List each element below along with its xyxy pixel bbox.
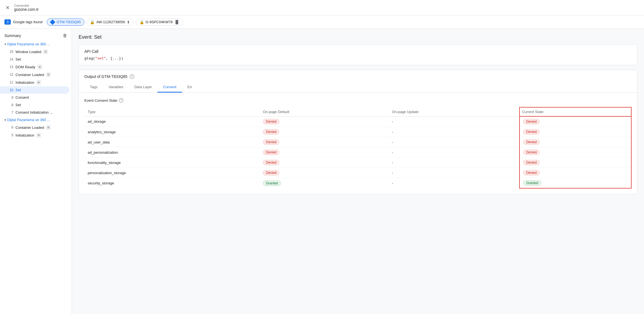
tag-chip-g[interactable]: 🔒 G-9SPC04KW78 ▐▌ <box>136 19 183 26</box>
tag-chip-g-label: G-9SPC04KW78 <box>146 20 173 24</box>
tab-variables[interactable]: Variables <box>103 82 129 93</box>
item-num-7: 7 <box>8 111 13 114</box>
consent-content: Event Consent State ? Type On-page Defau… <box>79 93 637 194</box>
domain-name: gozone.com.tr <box>14 7 39 12</box>
item-badge-12: ⊞ <box>46 72 51 77</box>
sidebar-item-6[interactable]: 6 Container Loaded ⊞ <box>0 124 69 131</box>
tabs-row: Tags Variables Data Layer Consent Err <box>79 82 637 93</box>
tab-errors[interactable]: Err <box>182 82 198 93</box>
cell-update-1: - <box>389 127 520 137</box>
item-badge-15: ⊞ <box>43 49 48 54</box>
close-button[interactable]: ✕ <box>4 4 11 12</box>
cell-type-2: ad_user_data <box>84 137 259 147</box>
cell-type-6: security_storage <box>84 178 259 189</box>
sidebar-item-5[interactable]: 5 Initialization ⊞ <box>0 131 69 139</box>
tag-chip-aw[interactable]: 🔒 AW-11262739056 ⬆ <box>87 19 134 26</box>
tag-chip-gtm[interactable]: GTM-T833Q85 <box>47 19 84 26</box>
table-row: personalization_storageDenied-Denied <box>84 168 631 178</box>
sidebar-group-2[interactable]: ▾ Dijital Pazarlama ve 360 ... <box>0 116 72 124</box>
table-row: ad_storageDenied-Denied <box>84 116 631 127</box>
col-header-current: Current State <box>520 107 631 116</box>
cell-current-4: Denied <box>520 158 631 168</box>
item-num-13: 13 <box>8 65 13 69</box>
item-num-6: 6 <box>8 125 13 129</box>
delete-button[interactable]: 🗑 <box>63 33 67 38</box>
col-header-default: On-page Default <box>259 107 389 116</box>
aw-arrow-icon: ⬆ <box>127 20 130 24</box>
aw-icon: 🔒 <box>90 20 95 24</box>
sidebar: Summary 🗑 ▾ Dijital Pazarlama ve 360 ...… <box>0 29 72 314</box>
table-row: security_storageGranted-Granted <box>84 178 631 189</box>
sidebar-item-10[interactable]: 10 Set <box>0 86 69 94</box>
api-call-card: API Call gtag("set", {...}) <box>79 45 637 65</box>
item-label-15: Window Loaded <box>15 50 41 54</box>
cell-type-4: functionality_storage <box>84 158 259 168</box>
cell-update-2: - <box>389 137 520 147</box>
close-icon: ✕ <box>6 5 10 11</box>
sidebar-item-14[interactable]: 14 Set <box>0 56 69 63</box>
code-string-set: "set" <box>95 56 106 61</box>
tab-data-layer[interactable]: Data Layer <box>129 82 158 93</box>
item-num-9: 9 <box>8 96 13 100</box>
item-num-12: 12 <box>8 73 13 77</box>
cell-update-4: - <box>389 158 520 168</box>
cell-default-3: Denied <box>259 147 389 158</box>
cell-current-1: Denied <box>520 127 631 137</box>
cell-default-1: Denied <box>259 127 389 137</box>
item-num-8: 8 <box>8 103 13 107</box>
gtm-icon <box>50 20 55 24</box>
bar-chart-icon: ▐▌ <box>174 20 179 24</box>
tag-chip-aw-label: AW-11262739056 <box>96 20 125 24</box>
cell-update-6: - <box>389 178 520 189</box>
item-num-5: 5 <box>8 133 13 137</box>
item-num-11: 11 <box>8 80 13 84</box>
api-call-title: API Call <box>84 49 632 54</box>
item-badge-13: ⊞ <box>38 65 42 69</box>
item-num-10: 10 <box>8 88 13 92</box>
sidebar-item-8[interactable]: 8 Set <box>0 101 69 109</box>
item-num-14: 14 <box>8 57 13 61</box>
table-row: ad_personalizationDenied-Denied <box>84 147 631 158</box>
output-title: Output of GTM-T833Q85 <box>84 74 128 79</box>
chevron-down-icon-2: ▾ <box>4 118 6 122</box>
item-label-6: Container Loaded <box>15 125 44 130</box>
cell-default-2: Denied <box>259 137 389 147</box>
item-label-8: Set <box>15 103 21 107</box>
help-icon[interactable]: ? <box>130 74 134 79</box>
cell-type-0: ad_storage <box>84 116 259 127</box>
item-badge-5: ⊞ <box>37 133 41 137</box>
sidebar-item-7[interactable]: 7 Consent Initialization ... <box>0 109 69 116</box>
api-code: gtag("set", {...}) <box>84 56 632 61</box>
cell-type-5: personalization_storage <box>84 168 259 178</box>
cell-update-0: - <box>389 116 520 127</box>
cell-type-3: ad_personalization <box>84 147 259 158</box>
item-label-13: DOM Ready <box>15 65 35 69</box>
sidebar-item-9[interactable]: 9 Consent <box>0 94 69 101</box>
item-num-15: 15 <box>8 50 13 54</box>
item-label-14: Set <box>15 57 21 61</box>
tags-found-label: Google tags found <box>13 20 42 24</box>
output-card-header: Output of GTM-T833Q85 ? <box>79 70 637 79</box>
consent-help-icon[interactable]: ? <box>119 98 123 103</box>
sidebar-group-1[interactable]: ▾ Dijital Pazarlama ve 360 ... <box>0 40 72 48</box>
sidebar-item-12[interactable]: 12 Container Loaded ⊞ <box>0 71 69 78</box>
consent-section-title: Event Consent State ? <box>84 98 632 103</box>
top-bar: ✕ Connected gozone.com.tr <box>0 0 644 15</box>
item-label-10: Set <box>15 88 21 92</box>
sidebar-item-11[interactable]: 11 Initialization ⊞ <box>0 78 69 86</box>
group1-label: Dijital Pazarlama ve 360 ... <box>7 42 50 46</box>
sidebar-item-15[interactable]: 15 Window Loaded ⊞ <box>0 48 69 56</box>
tab-consent[interactable]: Consent <box>157 82 182 93</box>
col-header-type: Type <box>84 107 259 116</box>
cell-current-2: Denied <box>520 137 631 147</box>
item-badge-6: ⊞ <box>46 125 51 130</box>
sidebar-item-13[interactable]: 13 DOM Ready ⊞ <box>0 63 69 71</box>
cell-current-3: Denied <box>520 147 631 158</box>
tab-tags[interactable]: Tags <box>84 82 103 93</box>
table-header: Type On-page Default On-page Update Curr… <box>84 107 631 116</box>
sidebar-summary-row: Summary 🗑 <box>0 31 72 40</box>
table-row: functionality_storageDenied-Denied <box>84 158 631 168</box>
cell-current-6: Granted <box>520 178 631 189</box>
tag-chip-gtm-label: GTM-T833Q85 <box>56 20 80 24</box>
tags-count-badge: 3 <box>4 19 11 25</box>
